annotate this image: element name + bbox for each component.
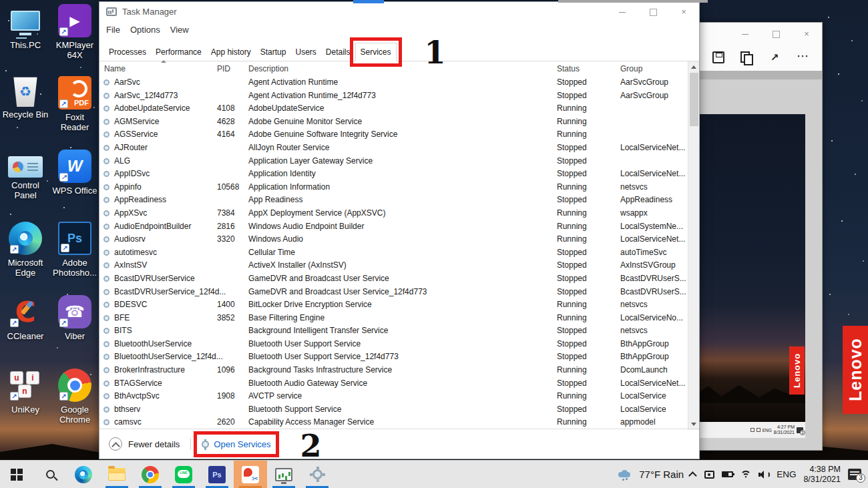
service-status: Running — [557, 103, 618, 113]
column-header-status[interactable]: Status — [557, 64, 580, 73]
maximize-icon[interactable] — [761, 29, 791, 39]
service-row-bfe[interactable]: BFE3852Base Filtering EngineRunningLocal… — [99, 312, 689, 325]
tab-users[interactable]: Users — [290, 43, 320, 61]
service-row-appidsvc[interactable]: AppIDSvcApplication IdentityStoppedLocal… — [99, 168, 689, 181]
tab-app-history[interactable]: App history — [206, 43, 256, 61]
service-group: wsappx — [620, 208, 688, 218]
minimize-icon[interactable] — [730, 29, 761, 39]
service-status: Stopped — [557, 260, 618, 270]
close-icon[interactable]: × — [668, 7, 699, 17]
menu-item-view[interactable]: View — [170, 23, 195, 36]
weather-icon[interactable] — [618, 470, 632, 479]
taskbar-button-file-explorer[interactable] — [100, 461, 134, 488]
scrollbar-thumb[interactable] — [690, 73, 698, 126]
desktop-icon-control-panel[interactable]: Control Panel — [1, 150, 50, 200]
taskbar-button-search[interactable] — [33, 461, 67, 488]
service-gear-icon — [103, 197, 110, 203]
battery-icon[interactable] — [722, 471, 733, 477]
service-row-bcastdvruserservice-12f4d-[interactable]: BcastDVRUserService_12f4d...GameDVR and … — [99, 286, 689, 299]
desktop-icon-label: KMPlayer 64X — [50, 40, 99, 60]
open-services-link[interactable]: Open Services — [202, 439, 270, 449]
language-indicator[interactable]: ENG — [777, 469, 796, 479]
tab-processes[interactable]: Processes — [104, 43, 151, 61]
service-row-adobeupdateservice[interactable]: AdobeUpdateService4108AdobeUpdateService… — [99, 102, 689, 115]
service-status: Running — [557, 391, 618, 401]
cast-icon[interactable] — [704, 471, 714, 479]
tab-services[interactable]: Services — [355, 43, 397, 61]
maximize-icon[interactable] — [638, 7, 668, 17]
service-row-agmservice[interactable]: AGMService4628Adobe Genuine Monitor Serv… — [99, 115, 689, 129]
tray-overflow-chevron-icon[interactable] — [688, 471, 697, 480]
share-icon[interactable]: ↗ — [769, 51, 781, 63]
service-row-btagservice[interactable]: BTAGServiceBluetooth Audio Gateway Servi… — [99, 377, 689, 391]
service-row-bdesvc[interactable]: BDESVC1400BitLocker Drive Encryption Ser… — [99, 298, 689, 312]
service-row-bits[interactable]: BITSBackground Intelligent Transfer Serv… — [99, 324, 689, 338]
taskbar-button-task-manager[interactable] — [267, 461, 300, 488]
menu-item-options[interactable]: Options — [130, 23, 166, 36]
service-row-bthserv[interactable]: bthservBluetooth Support ServiceStoppedL… — [99, 403, 689, 417]
save-icon[interactable] — [712, 51, 724, 63]
desktop-icon-wps-office[interactable]: W↗WPS Office — [50, 150, 99, 196]
desktop-icon-foxit-reader[interactable]: PDF↗Foxit Reader — [50, 76, 99, 132]
taskbar-button-photoshop[interactable]: Ps — [200, 461, 234, 488]
service-row-aarsvc[interactable]: AarSvcAgent Activation RuntimeStoppedAar… — [99, 76, 689, 89]
desktop-icon-unikey[interactable]: uin↗UniKey — [1, 369, 50, 415]
fewer-details-button[interactable]: Fewer details — [128, 439, 180, 449]
service-row-appinfo[interactable]: Appinfo10568Application InformationRunni… — [99, 181, 689, 194]
clock[interactable]: 4:38 PM 8/31/2021 — [803, 465, 841, 485]
copy-icon[interactable] — [740, 51, 752, 63]
desktop-icon-photoshop[interactable]: Ps↗Adobe Photosho... — [50, 222, 99, 278]
task-manager-titlebar[interactable]: Task Manager × — [99, 2, 699, 21]
taskbar-button-chrome[interactable] — [134, 461, 167, 488]
service-row-brokerinfrastructure[interactable]: BrokerInfrastructure1096Background Tasks… — [99, 364, 689, 377]
taskbar-button-line[interactable]: LINE — [167, 461, 200, 488]
tab-startup[interactable]: Startup — [256, 43, 291, 61]
volume-icon[interactable] — [758, 471, 769, 479]
desktop-icon-chrome[interactable]: ↗Google Chrome — [50, 369, 99, 425]
close-icon[interactable]: × — [791, 29, 822, 39]
tab-performance[interactable]: Performance — [151, 43, 206, 61]
desktop-icon-viber[interactable]: ☎↗Viber — [50, 295, 99, 341]
column-header-name[interactable]: Name — [104, 64, 126, 73]
menu-item-file[interactable]: File — [106, 23, 126, 36]
service-row-bcastdvruserservice[interactable]: BcastDVRUserServiceGameDVR and Broadcast… — [99, 272, 689, 286]
taskbar-button-edge[interactable] — [67, 461, 100, 488]
service-row-agsservice[interactable]: AGSService4164Adobe Genuine Software Int… — [99, 128, 689, 142]
fewer-details-chevron-icon[interactable] — [109, 437, 122, 451]
service-row-autotimesvc[interactable]: autotimesvcCellular TimeStoppedautoTimeS… — [99, 246, 689, 260]
desktop-icon-recycle-bin[interactable]: ♻Recycle Bin — [1, 76, 50, 119]
wifi-icon[interactable] — [740, 471, 751, 479]
minimize-icon[interactable] — [607, 7, 638, 17]
column-header-description[interactable]: Description — [248, 64, 288, 73]
taskbar-button-services[interactable] — [300, 461, 334, 488]
notification-center-icon[interactable]: 3 — [848, 469, 861, 480]
service-row-axinstsv[interactable]: AxInstSVActiveX Installer (AxInstSV)Stop… — [99, 259, 689, 272]
service-status: Running — [557, 300, 618, 309]
desktop-icon-ccleaner[interactable]: C↗CCleaner — [1, 295, 50, 341]
service-row-bthavctpsvc[interactable]: BthAvctpSvc1908AVCTP serviceRunningLocal… — [99, 390, 689, 403]
service-row-alg[interactable]: ALGApplication Layer Gateway ServiceStop… — [99, 155, 689, 168]
service-row-ajrouter[interactable]: AJRouterAllJoyn Router ServiceStoppedLoc… — [99, 142, 689, 155]
service-row-aarsvc-12f4d773[interactable]: AarSvc_12f4d773Agent Activation Runtime_… — [99, 89, 689, 103]
desktop-icon-kmplayer[interactable]: ▶↗KMPlayer 64X — [50, 4, 99, 60]
scroll-up-icon[interactable] — [691, 65, 696, 69]
service-row-appxsvc[interactable]: AppXSvc7384AppX Deployment Service (AppX… — [99, 207, 689, 220]
more-options-icon[interactable]: ⋯ — [797, 51, 809, 63]
services-gear-icon — [202, 441, 209, 448]
service-row-camsvc[interactable]: camsvc2620Capability Access Manager Serv… — [99, 416, 689, 429]
scroll-down-icon[interactable] — [691, 423, 696, 426]
service-row-audiosrv[interactable]: Audiosrv3320Windows AudioRunningLocalSer… — [99, 233, 689, 246]
tab-details[interactable]: Details — [321, 43, 355, 61]
service-row-bluetoothuserservice[interactable]: BluetoothUserServiceBluetooth User Suppo… — [99, 338, 689, 351]
column-header-pid[interactable]: PID — [217, 64, 230, 73]
taskbar-button-snip-tool[interactable]: ✂ — [234, 461, 267, 488]
service-row-bluetoothuserservice-12f4d-[interactable]: BluetoothUserService_12f4d...Bluetooth U… — [99, 350, 689, 364]
desktop-icon-this-pc[interactable]: This PC — [1, 4, 50, 50]
table-scrollbar[interactable] — [688, 61, 699, 430]
weather-widget[interactable]: 77°F Rain — [639, 469, 684, 480]
service-row-audioendpointbuilder[interactable]: AudioEndpointBuilder2816Windows Audio En… — [99, 220, 689, 234]
desktop-icon-edge[interactable]: ↗Microsoft Edge — [1, 222, 50, 278]
column-header-group[interactable]: Group — [620, 64, 642, 73]
service-row-appreadiness[interactable]: AppReadinessApp ReadinessStoppedAppReadi… — [99, 194, 689, 207]
taskbar-button-start[interactable] — [0, 461, 33, 488]
